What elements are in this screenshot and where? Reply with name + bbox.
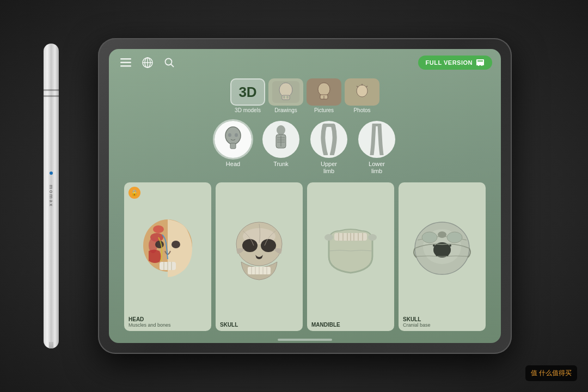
model-card-skull[interactable]: SKULL	[216, 182, 303, 331]
model-card-head-muscles-image	[124, 182, 211, 314]
app-content: FULL VERSION 3D 3D models	[109, 49, 501, 343]
svg-point-39	[171, 241, 180, 248]
svg-point-7	[166, 59, 172, 65]
svg-rect-0	[120, 58, 131, 60]
watermark-text: 什么值得买	[539, 369, 572, 377]
full-version-button[interactable]: FULL VERSION	[418, 56, 492, 70]
svg-point-68	[422, 232, 437, 243]
model-card-skull-image	[216, 182, 303, 320]
body-part-trunk-label: Trunk	[273, 161, 289, 168]
svg-point-37	[153, 225, 164, 233]
tab-photos-icon	[345, 78, 379, 106]
model-card-head-muscles-label: HEAD Muscles and bones	[124, 314, 211, 331]
tab-pictures-label: Pictures	[314, 107, 334, 113]
search-icon[interactable]	[161, 54, 177, 71]
tab-bar: 3D 3D models	[109, 76, 501, 118]
body-part-upper-limb-icon	[310, 121, 347, 158]
tab-pictures-icon	[307, 78, 341, 106]
svg-point-26	[235, 133, 238, 137]
svg-point-70	[438, 231, 446, 238]
model-card-skull-cranial[interactable]: SKULL Cranial base	[399, 182, 486, 331]
svg-point-27	[277, 125, 285, 135]
bottom-bar	[109, 336, 501, 343]
tab-3d-models-icon: 3D	[230, 78, 265, 106]
tab-3d-models[interactable]: 3D 3D models	[230, 78, 265, 113]
model-card-skull-cranial-image	[399, 182, 486, 314]
svg-rect-13	[286, 96, 289, 99]
svg-point-23	[225, 127, 241, 144]
full-version-label: FULL VERSION	[426, 59, 473, 66]
svg-point-69	[447, 232, 462, 243]
globe-icon[interactable]	[139, 54, 156, 71]
svg-point-73	[436, 255, 438, 256]
svg-point-38	[155, 241, 164, 248]
model-card-mandible-label: MANDIBLE	[307, 320, 394, 331]
home-indicator	[278, 339, 332, 341]
svg-rect-24	[230, 143, 236, 149]
model-card-head-muscles[interactable]: 🔒	[124, 182, 211, 331]
tab-photos[interactable]: Photos	[345, 78, 379, 113]
svg-point-25	[228, 133, 231, 137]
header: FULL VERSION	[109, 49, 501, 76]
model-card-mandible[interactable]: MANDIBLE	[307, 182, 394, 331]
menu-icon[interactable]	[118, 54, 134, 71]
body-part-lower-limb-icon	[358, 121, 395, 158]
body-part-head-label: Head	[226, 161, 240, 168]
svg-line-8	[171, 64, 174, 67]
watermark: 值 什么值得买	[525, 365, 577, 381]
body-part-trunk[interactable]: Trunk	[262, 121, 299, 175]
model-card-skull-label: SKULL	[216, 320, 303, 331]
body-part-lower-limb-label: Lowerlimb	[369, 161, 385, 175]
tab-pictures[interactable]: Pictures	[307, 78, 341, 113]
svg-point-46	[242, 239, 258, 252]
body-part-head-icon	[215, 121, 252, 158]
tablet-screen: FULL VERSION 3D 3D models	[109, 49, 501, 343]
svg-point-71	[433, 244, 435, 247]
svg-point-72	[449, 244, 451, 247]
models-grid: 🔒	[109, 180, 501, 336]
body-part-lower-limb[interactable]: Lowerlimb	[358, 121, 395, 175]
tab-drawings-label: Drawings	[274, 107, 297, 113]
svg-rect-1	[120, 62, 131, 64]
stylus: momax	[44, 44, 59, 348]
model-card-mandible-image	[307, 182, 394, 320]
tablet: FULL VERSION 3D 3D models	[98, 38, 512, 354]
model-card-skull-cranial-label: SKULL Cranial base	[399, 314, 486, 331]
body-part-trunk-icon	[262, 121, 299, 158]
svg-point-63	[324, 234, 333, 241]
tab-drawings[interactable]: Drawings	[268, 78, 303, 113]
body-part-upper-limb[interactable]: Upperlimb	[310, 121, 347, 175]
svg-point-64	[368, 234, 377, 241]
svg-point-10	[279, 83, 292, 97]
svg-point-15	[318, 83, 330, 96]
tab-3d-models-label: 3D models	[235, 107, 261, 113]
svg-rect-2	[120, 65, 131, 67]
svg-rect-12	[283, 96, 285, 99]
body-part-upper-limb-label: Upperlimb	[321, 161, 337, 175]
tab-photos-label: Photos	[353, 107, 370, 113]
svg-point-74	[447, 255, 449, 256]
body-parts-row: Head Trunk	[109, 118, 501, 180]
tab-drawings-icon	[268, 78, 303, 106]
body-part-head[interactable]: Head	[215, 121, 252, 175]
svg-point-47	[261, 239, 276, 252]
